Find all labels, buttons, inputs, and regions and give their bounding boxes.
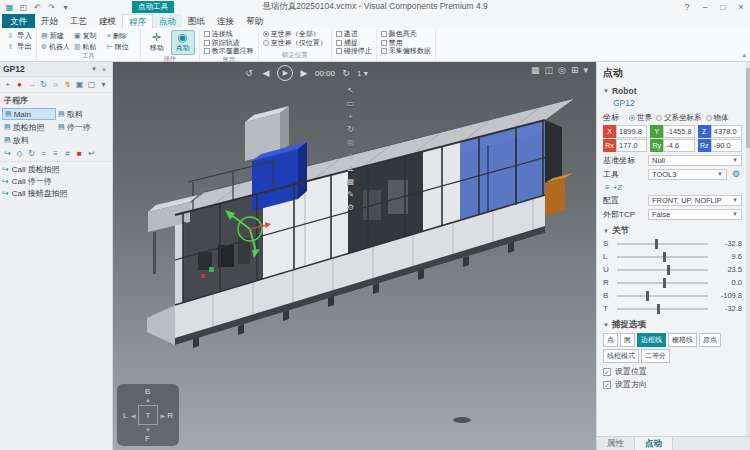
rotate-motion-icon[interactable]: ↻	[38, 79, 49, 90]
panel-menu-icon[interactable]: ▾	[89, 65, 99, 73]
external-tcp-select[interactable]: False▼	[648, 209, 742, 220]
x-input[interactable]: 1899.8	[616, 125, 647, 138]
close-icon[interactable]: ×	[732, 2, 750, 12]
while-icon[interactable]: ↻	[26, 148, 37, 159]
y-input[interactable]: -1455.8	[663, 125, 694, 138]
record-icon[interactable]: ●	[14, 79, 25, 90]
more-statements-icon[interactable]: ▾	[98, 79, 109, 90]
move-button[interactable]: ✛ 移动	[145, 30, 169, 55]
statement-call-1[interactable]: ↪Call 质检拍照	[2, 163, 110, 175]
tab-home[interactable]: 开始	[35, 14, 64, 28]
help-icon[interactable]: ?	[678, 2, 696, 12]
3d-viewport[interactable]: ↺ ◀ ▶ ▶ 00:00 ↻ 1 ▾ ▦ ◫ ◎ ⊞ ▾ ↖ ▭ + ↻ ◎ …	[113, 62, 596, 450]
pan-icon[interactable]: +	[345, 112, 356, 122]
coord-parent-radio[interactable]: 父系坐标系	[656, 113, 702, 123]
robot-button[interactable]: ⊚机器人	[41, 41, 70, 52]
save-icon[interactable]: ◰	[18, 3, 29, 12]
snap-face-button[interactable]: 面	[620, 333, 635, 347]
tool-select[interactable]: TOOL3▼	[648, 169, 727, 180]
viewport-settings-icon[interactable]: ⚙	[345, 203, 356, 213]
tab-help[interactable]: 帮助	[240, 14, 269, 28]
call-icon[interactable]: ↪	[2, 148, 13, 159]
signal-icon[interactable]: ↯	[62, 79, 73, 90]
split-view-icon[interactable]: ◫	[545, 65, 554, 75]
robot-name[interactable]: GP12	[603, 97, 742, 111]
fullscreen-icon[interactable]: ⊞	[571, 65, 579, 75]
nav-arrow-left-icon[interactable]: ◀	[131, 412, 136, 419]
snap-edge-button[interactable]: 边框线	[637, 333, 666, 347]
paste-button[interactable]: ▥粘贴	[74, 41, 103, 52]
return-icon[interactable]: ↩	[86, 148, 97, 159]
render-mode-icon[interactable]: ▦	[531, 65, 540, 75]
add-statement-icon[interactable]: +	[2, 79, 13, 90]
select-icon[interactable]: ↖	[345, 86, 356, 96]
zoom-icon[interactable]: ◎	[345, 138, 356, 148]
joint-slider-s[interactable]	[617, 243, 708, 245]
release-icon[interactable]: ▢	[86, 79, 97, 90]
coord-world-radio[interactable]: 世界	[629, 113, 652, 123]
offset-data-toggle[interactable]: 采集偏移数据	[381, 47, 431, 56]
step-back-icon[interactable]: ◀	[260, 68, 272, 78]
nav-front-face[interactable]: F	[145, 434, 150, 443]
export-button[interactable]: ⇧ 导出	[6, 42, 32, 54]
panel-scrollbar[interactable]	[746, 62, 750, 436]
tab-program[interactable]: 程序	[122, 14, 153, 28]
align-z-button[interactable]: ≡ +Z	[603, 181, 742, 193]
routine-inspect[interactable]: ▤质检拍照	[2, 121, 56, 133]
navigation-cube[interactable]: B L T R F ▲ ◀ ▶ ▼	[117, 384, 179, 446]
bisect-button[interactable]: 二等分	[641, 349, 670, 363]
nav-arrow-up-icon[interactable]: ▲	[145, 397, 151, 403]
copy-button[interactable]: ▣复制	[74, 30, 103, 41]
camera-view-icon[interactable]: ◎	[558, 65, 566, 75]
joint-slider-u[interactable]	[617, 269, 708, 271]
nav-right-face[interactable]: R	[167, 411, 173, 420]
tab-jog-panel[interactable]: 点动	[634, 437, 673, 450]
base-frame-select[interactable]: Null▼	[648, 155, 742, 166]
marquee-select-icon[interactable]: ▭	[345, 99, 356, 109]
reset-simulation-icon[interactable]: ↺	[243, 68, 255, 78]
joint-slider-t[interactable]	[617, 308, 708, 310]
view-options-caret-icon[interactable]: ▾	[583, 65, 588, 75]
comment-icon[interactable]: #	[62, 148, 73, 159]
print-icon[interactable]: ≡	[50, 148, 61, 159]
show-teach-overlay-toggle[interactable]: 教示覆盖注释	[204, 47, 254, 56]
snap-origin-button[interactable]: 原点	[699, 333, 721, 347]
nav-left-face[interactable]: L	[123, 411, 127, 420]
tab-modeling[interactable]: 建模	[93, 14, 122, 28]
tab-jog-contextual[interactable]: 点动	[153, 14, 182, 28]
app-icon[interactable]: ▦	[4, 3, 15, 12]
rz-input[interactable]: -90.0	[711, 139, 742, 152]
delete-button[interactable]: ×删除	[107, 30, 136, 41]
annotate-icon[interactable]: ✎	[345, 190, 356, 200]
import-button[interactable]: ⇩ 导入	[6, 30, 32, 42]
joint-slider-l[interactable]	[617, 256, 708, 258]
tab-drawing[interactable]: 图纸	[182, 14, 211, 28]
joint-slider-b[interactable]	[617, 295, 708, 297]
set-position-checkbox[interactable]: ✓ 设置位置	[603, 365, 742, 378]
halt-icon[interactable]: ■	[74, 148, 85, 159]
loop-icon[interactable]: ↻	[340, 68, 352, 78]
home-view-icon[interactable]: ⌂	[345, 151, 356, 161]
delay-icon[interactable]: ○	[50, 79, 61, 90]
nav-top-face[interactable]: T	[138, 405, 158, 425]
play-button[interactable]: ▶	[277, 65, 293, 81]
collision-stop-toggle[interactable]: 碰撞停止	[336, 47, 372, 56]
minimize-icon[interactable]: –	[696, 2, 714, 12]
ry-input[interactable]: -4.6	[663, 139, 694, 152]
ribbon-collapse-icon[interactable]: ▴	[742, 51, 746, 59]
maximize-icon[interactable]: □	[714, 2, 732, 12]
step-forward-icon[interactable]: ▶	[298, 68, 310, 78]
quick-access-caret-icon[interactable]: ▾	[60, 3, 71, 12]
set-orientation-checkbox[interactable]: ✓ 设置方向	[603, 378, 742, 391]
joints-section-header[interactable]: ▼ 关节	[603, 224, 742, 237]
new-statement-button[interactable]: ▤新建	[41, 30, 70, 41]
speed-select[interactable]: 1 ▾	[357, 69, 368, 78]
grasp-icon[interactable]: ▣	[74, 79, 85, 90]
statement-call-2[interactable]: ↪Call 停一停	[2, 175, 110, 187]
undo-icon[interactable]: ↶	[32, 3, 43, 12]
panel-close-icon[interactable]: ×	[99, 66, 109, 73]
nav-arrow-right-icon[interactable]: ▶	[160, 412, 165, 419]
tab-properties[interactable]: 属性	[597, 437, 634, 450]
routine-main[interactable]: ▤Main	[2, 108, 56, 120]
wireframe-mode-button[interactable]: 线框模式	[603, 349, 639, 363]
